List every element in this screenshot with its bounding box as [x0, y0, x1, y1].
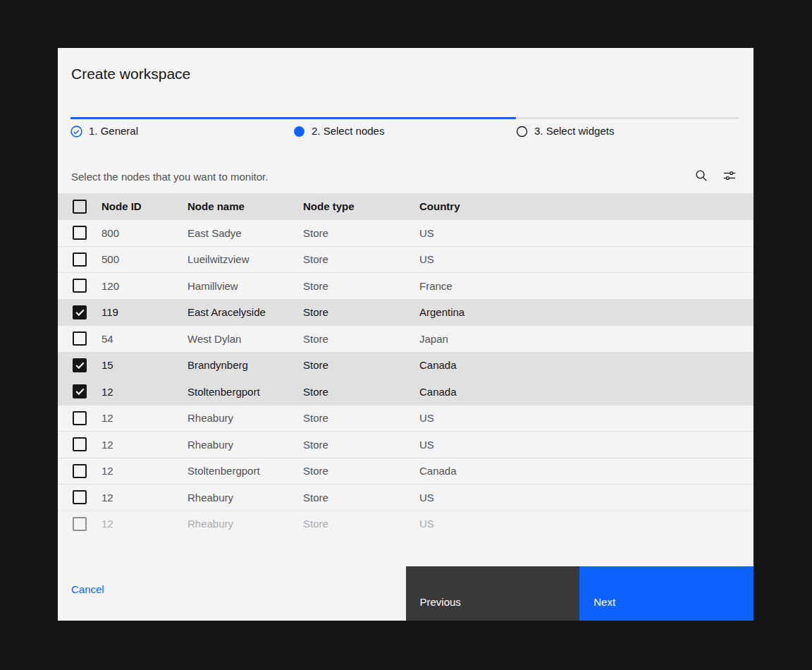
next-button[interactable]: Next: [579, 566, 753, 621]
cell-node-name: Lueilwitzview: [187, 253, 303, 265]
table-row[interactable]: 12 Rheabury Store US: [58, 431, 753, 458]
cell-node-id: 15: [102, 359, 187, 371]
row-checkbox[interactable]: [73, 358, 87, 372]
row-checkbox-cell: [58, 226, 102, 240]
table-row[interactable]: 800 East Sadye Store US: [58, 219, 753, 246]
settings-adjust-button[interactable]: [715, 162, 744, 190]
table-row[interactable]: 119 East Aracelyside Store Argentina: [58, 299, 753, 326]
cancel-button[interactable]: Cancel: [71, 583, 104, 596]
cell-country: Canada: [419, 386, 753, 398]
select-all-checkbox[interactable]: [73, 200, 87, 214]
table-row[interactable]: 12 Rheabury Store US: [58, 405, 753, 432]
table-row[interactable]: 12 Stoltenbergport Store Canada: [58, 378, 753, 405]
cell-node-type: Store: [303, 492, 419, 504]
cell-node-name: Stoltenbergport: [187, 465, 303, 477]
progress-indicator: 1. General 2. Select nodes: [70, 117, 739, 138]
select-all-cell: [58, 200, 102, 214]
row-checkbox-cell: [58, 331, 102, 346]
cell-node-id: 12: [102, 412, 187, 424]
cell-node-type: Store: [303, 280, 419, 292]
row-checkbox-cell: [58, 384, 102, 398]
cell-country: US: [419, 227, 753, 239]
column-header-node-name[interactable]: Node name: [187, 200, 303, 212]
cell-node-name: West Dylan: [187, 333, 303, 345]
table-row[interactable]: 120 Hamillview Store France: [58, 272, 753, 299]
cell-country: Argentina: [419, 306, 753, 318]
column-header-country[interactable]: Country: [419, 200, 753, 212]
cell-node-type: Store: [303, 412, 419, 424]
cell-node-type: Store: [303, 386, 419, 398]
settings-adjust-icon: [723, 169, 736, 184]
step-label: 1. General: [89, 125, 138, 138]
cell-country: US: [419, 439, 753, 451]
row-checkbox-cell: [58, 305, 102, 319]
row-checkbox[interactable]: [73, 252, 87, 267]
row-checkbox-cell: [58, 252, 102, 267]
row-checkbox[interactable]: [73, 490, 87, 504]
cell-node-name: Rheabury: [187, 439, 303, 451]
cell-country: Canada: [419, 465, 753, 477]
cell-node-type: Store: [303, 253, 419, 265]
cell-country: US: [419, 412, 753, 424]
page-title: Create workspace: [71, 65, 739, 83]
table-row[interactable]: 500 Lueilwitzview Store US: [58, 246, 753, 273]
table-row[interactable]: 12 Rheabury Store US: [58, 484, 753, 511]
cell-country: US: [419, 518, 753, 530]
table-row[interactable]: 54 West Dylan Store Japan: [58, 325, 753, 352]
table-row[interactable]: 12 Stoltenbergport Store Canada: [58, 458, 753, 485]
row-checkbox[interactable]: [73, 305, 87, 319]
row-checkbox-cell: [58, 490, 102, 504]
table-header-row: Node ID Node name Node type Country: [58, 193, 753, 219]
row-checkbox[interactable]: [73, 331, 87, 346]
progress-step-select-nodes[interactable]: 2. Select nodes: [293, 117, 516, 138]
table-row[interactable]: 15 Brandynberg Store Canada: [58, 352, 753, 379]
previous-button[interactable]: Previous: [406, 566, 580, 621]
cell-node-name: Stoltenbergport: [187, 386, 303, 398]
cell-node-type: Store: [303, 333, 419, 345]
search-button[interactable]: [687, 162, 715, 190]
column-header-node-id[interactable]: Node ID: [102, 200, 187, 212]
column-header-node-type[interactable]: Node type: [303, 200, 419, 212]
cell-node-id: 120: [102, 280, 187, 292]
cell-node-name: East Sadye: [187, 227, 303, 239]
row-checkbox[interactable]: [73, 517, 87, 531]
row-checkbox-cell: [58, 517, 102, 531]
cell-node-id: 800: [102, 227, 187, 239]
nodes-table: Node ID Node name Node type Country 800 …: [58, 193, 753, 537]
step-label: 2. Select nodes: [312, 125, 384, 138]
cell-node-name: Rheabury: [187, 518, 303, 530]
cell-node-id: 54: [102, 333, 187, 345]
row-checkbox[interactable]: [73, 384, 87, 398]
cell-country: Canada: [419, 359, 753, 371]
cell-node-name: Brandynberg: [187, 359, 303, 371]
progress-step-general[interactable]: 1. General: [70, 117, 293, 138]
cell-node-type: Store: [303, 306, 419, 318]
cell-node-name: East Aracelyside: [187, 306, 303, 318]
row-checkbox[interactable]: [73, 437, 87, 451]
search-icon: [695, 169, 708, 184]
modal-header: Create workspace: [58, 48, 753, 83]
cell-country: Japan: [419, 333, 753, 345]
cell-country: France: [419, 280, 753, 292]
table-description: Select the nodes that you want to monito…: [71, 171, 687, 183]
cell-node-id: 12: [102, 465, 187, 477]
row-checkbox-cell: [58, 437, 102, 451]
cell-node-type: Store: [303, 227, 419, 239]
row-checkbox[interactable]: [73, 279, 87, 293]
progress-step-select-widgets[interactable]: 3. Select widgets: [516, 117, 739, 138]
modal-footer: Cancel Previous Next: [58, 566, 753, 621]
cell-node-id: 119: [102, 306, 187, 318]
row-checkbox[interactable]: [73, 411, 87, 425]
row-checkbox[interactable]: [73, 464, 87, 478]
step-label: 3. Select widgets: [534, 125, 614, 138]
cell-node-id: 12: [102, 518, 187, 530]
row-checkbox-cell: [58, 464, 102, 478]
row-checkbox-cell: [58, 279, 102, 293]
row-checkbox[interactable]: [73, 226, 87, 240]
table-body: 800 East Sadye Store US 500 Lueilwitzvie…: [58, 219, 753, 537]
step-current-icon: [293, 126, 305, 138]
cell-node-type: Store: [303, 439, 419, 451]
table-row[interactable]: 12 Rheabury Store US: [58, 511, 753, 537]
row-checkbox-cell: [58, 358, 102, 372]
cell-country: US: [419, 492, 753, 504]
